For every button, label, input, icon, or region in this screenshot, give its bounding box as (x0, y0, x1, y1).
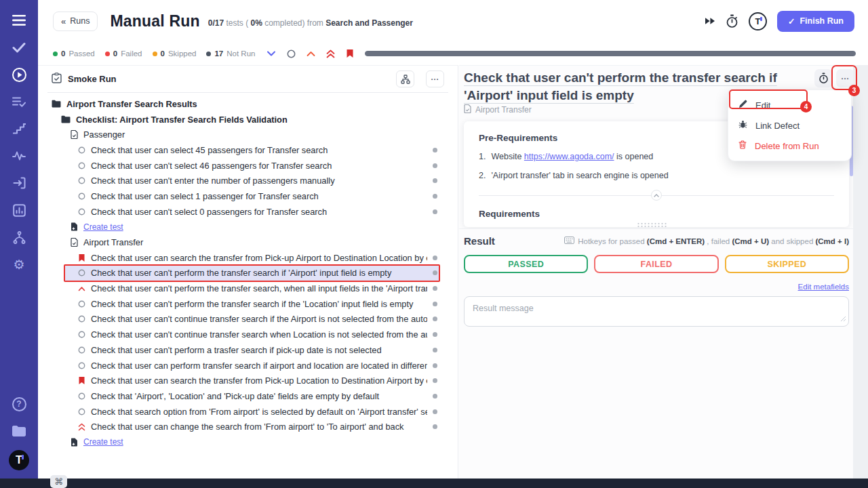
app-logo[interactable]: T (749, 12, 767, 30)
menu-item-label: Link Defect (755, 121, 800, 131)
mark-passed-button[interactable]: PASSED (464, 255, 588, 273)
bookmark-icon[interactable] (344, 48, 355, 59)
create-test-link[interactable]: Create test (38, 220, 458, 235)
finish-run-button[interactable]: ✓ Finish Run (777, 11, 854, 32)
folder-icon (61, 115, 71, 123)
status-circle-icon (78, 300, 85, 308)
bookmark-icon (78, 253, 85, 262)
reports-nav-icon[interactable] (11, 202, 27, 218)
status-circle-icon (78, 177, 85, 184)
text-part: and skipped (769, 237, 815, 245)
tree-more-button[interactable]: ... (426, 70, 444, 87)
tree-test-row[interactable]: Check that user can't select 46 passenge… (38, 158, 458, 174)
mark-skipped-button[interactable]: SKIPPED (725, 255, 849, 273)
tree-folder-row[interactable]: Checklist: Airport Transfer Search Field… (38, 112, 458, 127)
projects-folder-icon[interactable] (11, 423, 27, 439)
checks-nav-icon[interactable] (11, 39, 27, 56)
result-message-input[interactable] (464, 296, 849, 327)
create-test-label: Create test (83, 437, 123, 447)
resize-grip-handle[interactable] (637, 222, 668, 228)
tree-test-row[interactable]: Check that user can't continue transfer … (38, 312, 458, 327)
prerequirement-text: 'Airport transfer' tab in search engine … (491, 171, 668, 180)
tree-test-row[interactable]: Check that user can't select 0 passenger… (38, 204, 458, 220)
tree-file-row[interactable]: Passenger (38, 127, 458, 142)
tree-row-label: Check that user can select 1 passenger f… (91, 191, 427, 201)
test-status-dot (433, 163, 437, 168)
page-scroll-gutter[interactable] (853, 65, 868, 479)
test-timer-button[interactable] (814, 69, 833, 87)
test-status-dot (433, 378, 437, 383)
tree-test-row[interactable]: Check that user can't perform the transf… (38, 296, 458, 312)
runs-nav-icon[interactable] (11, 66, 27, 83)
menu-item-delete-from-run[interactable]: Delete from Run (728, 136, 851, 156)
status-count-value: 17 (214, 49, 223, 58)
menu-icon[interactable] (11, 12, 27, 28)
tree-test-row[interactable]: Check that user can't enter the number o… (38, 173, 458, 188)
status-circle-icon (78, 192, 85, 200)
tree-test-row[interactable]: Check that user can't continue transfer … (38, 327, 458, 342)
command-key-badge[interactable]: ⌘ (50, 475, 67, 488)
tree-row-label: Check that user can change the search fr… (91, 422, 427, 432)
collapse-section-button[interactable] (651, 190, 662, 201)
tree-test-row[interactable]: Check that user can't perform a trasfer … (38, 342, 458, 358)
tree-view-toggle-button[interactable] (396, 70, 414, 87)
test-status-dot (433, 409, 437, 414)
status-count-value: 0 (113, 49, 117, 58)
test-status-dot (433, 270, 437, 275)
test-status-dot (433, 424, 437, 429)
not-run-circle-icon[interactable] (285, 48, 296, 59)
external-link[interactable]: https://www.agoda.com/ (524, 152, 614, 161)
status-dot-icon (105, 52, 110, 56)
stopwatch-icon[interactable] (726, 14, 738, 28)
test-status-dot (433, 394, 437, 399)
edit-metafields-link[interactable]: Edit metafields (798, 283, 849, 291)
text-part: (Cmd + U) (732, 237, 769, 245)
settings-nav-icon[interactable]: ⚙ (11, 256, 27, 272)
back-to-runs-button[interactable]: « Runs (53, 12, 98, 31)
chevron-down-icon[interactable] (266, 48, 277, 59)
tree-test-row[interactable]: Check that search option from 'From airp… (38, 404, 458, 420)
run-progress-bar (365, 51, 856, 56)
workspace-logo[interactable]: T (9, 450, 29, 470)
chevron-up-icon[interactable] (305, 48, 316, 59)
tree-test-row[interactable]: Check that user can perform transfer sea… (38, 358, 458, 373)
chevron-up-icon (78, 286, 85, 291)
steps-nav-icon[interactable] (11, 121, 27, 137)
tree-file-row[interactable]: Airport Transfer (38, 235, 458, 250)
tree-test-row[interactable]: Check that user can search the transfer … (38, 250, 458, 266)
branch-nav-icon[interactable] (11, 229, 27, 245)
tree-row-label: Check that user can't perform the transf… (91, 283, 427, 293)
pulse-nav-icon[interactable] (11, 148, 27, 164)
fast-forward-icon[interactable] (705, 17, 715, 25)
tree-folder-row[interactable]: Airport Transfer Search Results (38, 96, 458, 112)
status-circle-icon (78, 392, 85, 400)
tree-test-row[interactable]: Check that user can't perform the transf… (38, 266, 458, 281)
status-counts: 0Passed0Failed0Skipped17Not Run (53, 49, 255, 58)
menu-item-link-defect[interactable]: Link Defect (728, 115, 851, 136)
status-count-label: Passed (68, 49, 94, 58)
mark-failed-button[interactable]: FAILED (594, 255, 718, 273)
tree-test-row[interactable]: Check that user can change the search fr… (38, 419, 458, 434)
tree-test-row[interactable]: Check that user can select 1 passenger f… (38, 188, 458, 204)
test-status-dot (433, 256, 437, 260)
tree-row-label: Check that search option from 'From airp… (91, 407, 427, 417)
test-plans-nav-icon[interactable] (11, 94, 27, 110)
text-part: Hotkeys for passed (578, 237, 647, 245)
left-nav-rail: ⚙ ? T (0, 0, 38, 479)
list-number: 2. (479, 171, 486, 180)
tree-test-row[interactable]: Check that 'Airport', 'Location' and 'Pi… (38, 388, 458, 404)
text-part: is opened (614, 152, 654, 161)
trash-icon (738, 140, 747, 151)
tree-row-label: Check that 'Airport', 'Location' and 'Pi… (91, 391, 427, 401)
create-test-link[interactable]: Create test (38, 434, 458, 450)
tree-test-row[interactable]: Check that user can select 45 passengers… (38, 142, 458, 158)
hotkeys-hint: Hotkeys for passed (Cmd + ENTER) , faile… (564, 237, 849, 245)
menu-item-edit[interactable]: Edit (728, 95, 851, 115)
double-chevron-up-icon[interactable] (325, 48, 336, 59)
help-icon[interactable]: ? (11, 396, 27, 412)
tree-row-label: Checklist: Airport Transfer Search Field… (76, 115, 458, 125)
back-to-runs-label: Runs (70, 16, 90, 26)
tree-test-row[interactable]: Check that user can search the transfer … (38, 373, 458, 388)
import-nav-icon[interactable] (11, 175, 27, 191)
tree-test-row[interactable]: Check that user can't perform the transf… (38, 281, 458, 296)
